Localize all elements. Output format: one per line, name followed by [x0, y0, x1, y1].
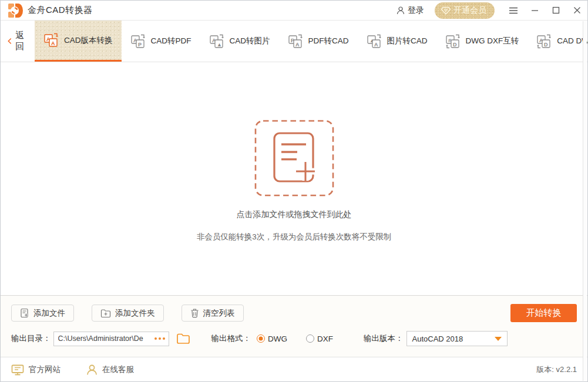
svg-text:A: A — [295, 41, 300, 47]
svg-text:D: D — [453, 41, 457, 47]
tab-label: CAD转PDF — [151, 36, 191, 46]
trash-icon — [190, 308, 199, 318]
start-convert-button[interactable]: 开始转换 — [510, 304, 577, 322]
dropzone-hint-primary: 点击添加文件或拖拽文件到此处 — [237, 209, 352, 220]
radio-dwg-label: DWG — [268, 334, 287, 343]
online-support-label: 在线客服 — [102, 364, 134, 375]
radio-dxf-label: DXF — [317, 334, 333, 343]
svg-text:▲: ▲ — [217, 41, 222, 47]
tab-cad-version-convert[interactable]: A A CAD版本转换 — [35, 21, 122, 62]
output-version-select[interactable]: AutoCAD 2018 — [406, 331, 508, 346]
cad-dwf-icon: A D — [536, 33, 552, 49]
official-website-label: 官方网站 — [29, 364, 61, 375]
radio-dwg-circle — [257, 334, 265, 343]
open-vip-label: 开通会员 — [453, 5, 486, 16]
minimize-icon[interactable] — [530, 6, 539, 15]
back-label: 返回 — [15, 30, 26, 52]
tab-pdf-to-cad[interactable]: P A PDF转CAD — [279, 21, 358, 62]
svg-text:A: A — [51, 40, 55, 46]
main-area: 点击添加文件或拖拽文件到此处 非会员仅能转换3次，升级为会员后转换次数将不受限制 — [1, 62, 587, 295]
clear-list-label: 清空列表 — [203, 308, 235, 319]
open-vip-button[interactable]: 开通会员 — [435, 2, 495, 19]
radio-dxf-circle — [306, 334, 314, 343]
dropzone-hint-secondary: 非会员仅能转换3次，升级为会员后转换次数将不受限制 — [197, 232, 392, 242]
svg-text:A: A — [374, 41, 378, 47]
tab-label: PDF转CAD — [308, 36, 349, 46]
support-person-icon — [86, 364, 98, 376]
pdf-to-cad-icon: P A — [288, 33, 304, 49]
back-button[interactable]: 返回 — [1, 21, 35, 62]
dropdown-caret-icon — [495, 337, 502, 341]
footer: 官方网站 在线客服 版本: v2.2.1 — [1, 357, 587, 382]
clear-list-button[interactable]: 清空列表 — [182, 305, 244, 322]
close-icon[interactable] — [572, 6, 582, 15]
radio-dxf[interactable]: DXF — [306, 334, 333, 343]
add-folder-icon — [100, 309, 111, 318]
add-file-button[interactable]: 添加文件 — [11, 305, 74, 322]
monitor-icon — [11, 364, 24, 376]
tab-cad-to-pdf[interactable]: A P CAD转PDF — [122, 21, 200, 62]
folder-icon — [176, 333, 190, 344]
tab-cad-dwf-convert[interactable]: A D CAD DWF互转 — [527, 21, 588, 62]
add-document-icon — [274, 133, 315, 181]
output-version-label: 输出版本： — [364, 333, 404, 344]
tab-label: CAD版本转换 — [64, 35, 113, 46]
cad-to-image-icon: A ▲ — [209, 33, 225, 49]
title-bar: 金舟CAD转换器 登录 开通会员 — [1, 1, 587, 21]
tab-dwg-dxf-convert[interactable]: # D DWG DXF互转 — [436, 21, 528, 62]
svg-text:#: # — [448, 37, 451, 43]
chevron-left-icon — [8, 36, 11, 46]
bottom-panel: 添加文件 添加文件夹 清空列表 开始转换 输出目录： — [1, 295, 587, 357]
svg-text:D: D — [544, 41, 548, 47]
user-icon — [396, 6, 405, 15]
svg-text:P: P — [138, 41, 142, 47]
dwg-dxf-icon: # D — [445, 33, 461, 49]
output-dir-input[interactable] — [58, 334, 152, 343]
add-folder-label: 添加文件夹 — [115, 308, 155, 319]
maximize-icon[interactable] — [551, 6, 560, 15]
online-support-link[interactable]: 在线客服 — [86, 364, 134, 376]
vip-diamond-icon — [441, 6, 451, 15]
image-to-cad-icon: ▲ A — [367, 33, 382, 49]
official-website-link[interactable]: 官方网站 — [11, 364, 61, 376]
tab-bar: 返回 A A CAD版本转换 A P CAD转PDF A ▲ — [1, 21, 587, 62]
cad-to-pdf-icon: A P — [130, 33, 146, 49]
output-version-value: AutoCAD 2018 — [412, 334, 463, 343]
tab-label: DWG DXF互转 — [466, 36, 519, 46]
tab-image-to-cad[interactable]: ▲ A 图片转CAD — [358, 21, 436, 62]
file-drop-zone[interactable] — [254, 120, 334, 197]
radio-dwg[interactable]: DWG — [257, 334, 287, 343]
add-file-label: 添加文件 — [33, 308, 65, 319]
login-label: 登录 — [408, 5, 424, 16]
cad-version-icon: A A — [43, 32, 59, 48]
app-logo-icon — [8, 3, 23, 18]
add-folder-button[interactable]: 添加文件夹 — [92, 305, 164, 322]
tab-label: CAD转图片 — [230, 36, 270, 46]
tab-label: 图片转CAD — [387, 36, 428, 46]
output-format-label: 输出格式： — [211, 333, 251, 344]
open-folder-button[interactable] — [176, 333, 190, 344]
app-title: 金舟CAD转换器 — [28, 5, 93, 16]
add-file-icon — [20, 308, 29, 318]
browse-dots-icon[interactable] — [154, 337, 165, 340]
login-button[interactable]: 登录 — [396, 5, 424, 16]
output-dir-label: 输出目录： — [11, 333, 51, 344]
version-text: 版本: v2.2.1 — [536, 364, 577, 375]
right-scrollbar-gutter[interactable] — [583, 21, 587, 381]
tab-cad-to-image[interactable]: A ▲ CAD转图片 — [200, 21, 279, 62]
output-dir-field[interactable] — [53, 332, 169, 346]
menu-icon[interactable] — [509, 6, 518, 15]
